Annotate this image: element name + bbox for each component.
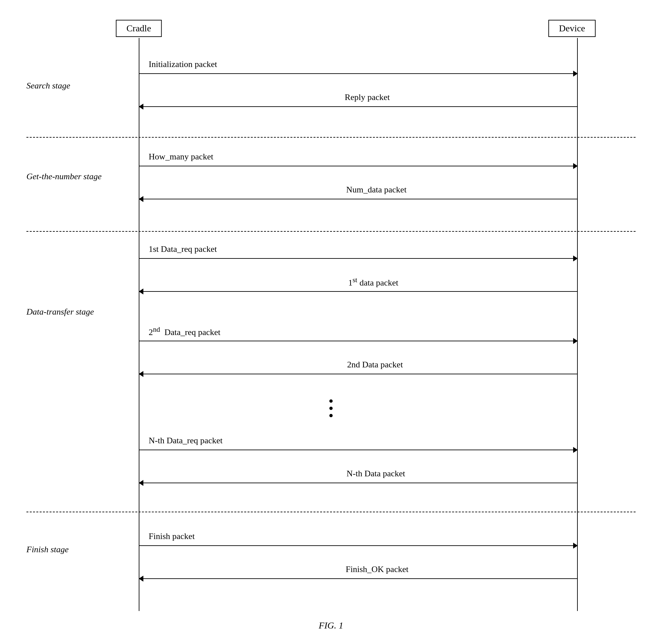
figure-caption: FIG. 1	[319, 620, 344, 631]
dot-1	[329, 399, 333, 403]
device-vertical-line	[577, 38, 578, 611]
dot-2	[329, 407, 333, 410]
arrow-finish-ok: Finish_OK packet	[139, 574, 578, 583]
arrow-data-req-n-head	[573, 447, 578, 453]
arrow-data-n: N-th Data packet	[139, 478, 578, 488]
arrow-reply-head	[139, 104, 144, 110]
arrow-how-many-label: How_many packet	[149, 152, 214, 162]
arrow-data-req-n-label: N-th Data_req packet	[149, 436, 223, 445]
arrow-finish-head	[573, 543, 578, 549]
arrow-data-2-head	[139, 371, 144, 377]
arrow-init-line	[139, 73, 578, 74]
arrow-data-2-line	[139, 374, 578, 374]
arrow-finish-ok-head	[139, 576, 144, 582]
arrow-data-req-1-head	[573, 255, 578, 261]
arrow-data-1-line	[139, 291, 578, 292]
dashed-separator-1	[26, 137, 636, 138]
arrow-how-many-head	[573, 163, 578, 169]
arrow-finish-line	[139, 545, 578, 546]
arrow-finish: Finish packet	[139, 541, 578, 551]
dashed-separator-2	[26, 231, 636, 232]
arrow-reply-line	[139, 106, 578, 107]
arrow-num-data-head	[139, 196, 144, 202]
arrow-data-n-head	[139, 480, 144, 486]
arrow-data-1-head	[139, 289, 144, 295]
diagram-container: Cradle Device Search stage Get-the-numbe…	[26, 20, 636, 611]
arrow-finish-label: Finish packet	[149, 531, 195, 541]
arrow-data-req-n-line	[139, 450, 578, 450]
stage-get-number-label: Get-the-number stage	[26, 171, 102, 182]
arrow-num-data-line	[139, 199, 578, 199]
arrow-data-req-2: 2nd Data_req packet	[139, 336, 578, 346]
dot-3	[329, 414, 333, 417]
arrow-data-req-2-label: 2nd Data_req packet	[149, 325, 220, 337]
arrow-init-head	[573, 71, 578, 76]
arrow-data-n-label: N-th Data packet	[347, 469, 405, 479]
ellipsis-dots	[329, 399, 333, 417]
arrow-data-2-label: 2nd Data packet	[347, 360, 403, 370]
cradle-vertical-line	[139, 38, 139, 611]
arrow-data-req-1: 1st Data_req packet	[139, 253, 578, 263]
arrow-data-req-2-head	[573, 338, 578, 344]
arrow-finish-ok-label: Finish_OK packet	[346, 565, 409, 574]
arrow-num-data: Num_data packet	[139, 194, 578, 204]
device-header: Device	[548, 20, 596, 37]
device-label: Device	[559, 23, 585, 33]
stage-search-label: Search stage	[26, 81, 70, 91]
cradle-header: Cradle	[116, 20, 162, 37]
arrow-num-data-label: Num_data packet	[346, 185, 407, 195]
arrow-reply: Reply packet	[139, 102, 578, 112]
arrow-data-req-1-label: 1st Data_req packet	[149, 244, 217, 254]
stage-data-transfer-label: Data-transfer stage	[26, 307, 94, 317]
arrow-data-n-line	[139, 483, 578, 483]
stage-finish-label: Finish stage	[26, 545, 69, 555]
arrow-data-1: 1st data packet	[139, 286, 578, 296]
arrow-data-2: 2nd Data packet	[139, 369, 578, 379]
arrow-data-req-n: N-th Data_req packet	[139, 445, 578, 455]
arrow-data-req-2-line	[139, 341, 578, 341]
arrow-init: Initialization packet	[139, 69, 578, 78]
arrow-init-label: Initialization packet	[149, 60, 217, 69]
dashed-separator-3	[26, 512, 636, 512]
arrow-how-many: How_many packet	[139, 161, 578, 171]
arrow-how-many-line	[139, 166, 578, 166]
arrow-finish-ok-line	[139, 578, 578, 579]
arrow-data-1-label: 1st data packet	[348, 276, 398, 288]
arrow-reply-label: Reply packet	[345, 92, 390, 102]
arrow-data-req-1-line	[139, 258, 578, 259]
cradle-label: Cradle	[127, 23, 151, 33]
